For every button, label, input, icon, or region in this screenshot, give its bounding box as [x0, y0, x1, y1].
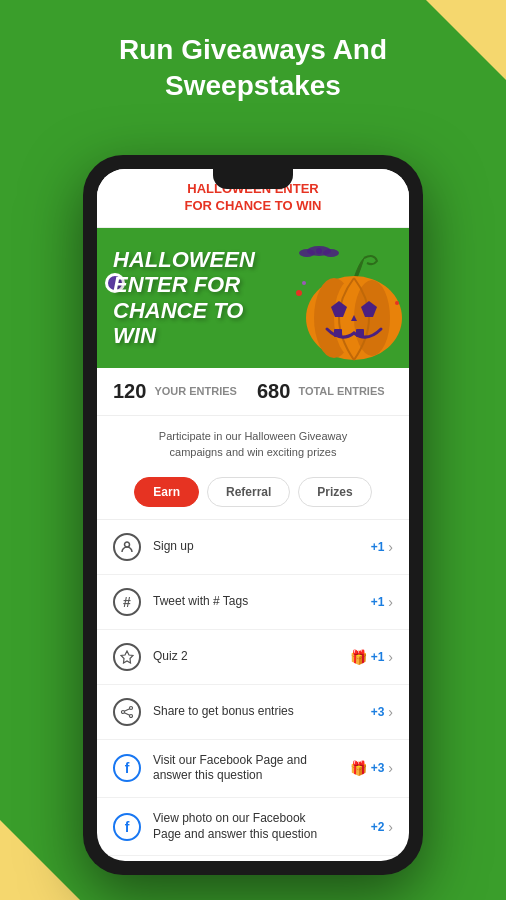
halloween-text: HALLOWEENENTER FORCHANCE TO WIN	[97, 235, 289, 360]
corner-decoration-bottom-left	[0, 820, 80, 900]
action-tweet-label: Tweet with # Tags	[153, 594, 359, 610]
total-entries-count: 680	[257, 380, 290, 403]
action-share-label: Share to get bonus entries	[153, 704, 359, 720]
svg-point-3	[316, 248, 322, 254]
action-item-facebook-2[interactable]: f View photo on our FacebookPage and ans…	[97, 798, 409, 856]
phone-screen: HALLOWEEN ENTERFOR CHANCE TO WIN HALLOWE…	[97, 169, 409, 861]
description-text: Participate in our Halloween Giveawaycam…	[113, 428, 393, 461]
person-icon	[113, 533, 141, 561]
tab-buttons: Earn Referral Prizes	[97, 469, 409, 519]
action-facebook2-label: View photo on our FacebookPage and answe…	[153, 811, 359, 842]
description-area: Participate in our Halloween Giveawaycam…	[97, 416, 409, 469]
page-title: Run Giveaways AndSweepstakes	[0, 0, 506, 129]
action-facebook1-points: 🎁 +3 ›	[350, 760, 393, 776]
action-tweet-points: +1 ›	[371, 594, 393, 610]
your-entries-label: YOUR ENTRIES	[154, 385, 249, 397]
phone-notch	[213, 169, 293, 189]
halloween-banner-title: HALLOWEENENTER FORCHANCE TO WIN	[113, 247, 273, 348]
action-list: Sign up +1 › # Tweet with # Tags +1 ›	[97, 519, 409, 856]
svg-point-13	[296, 290, 302, 296]
total-entries-label: TOTAL ENTRIES	[298, 385, 393, 397]
action-quiz-label: Quiz 2	[153, 649, 338, 665]
tab-prizes[interactable]: Prizes	[298, 477, 371, 507]
action-signup-label: Sign up	[153, 539, 359, 555]
quiz-icon	[113, 643, 141, 671]
halloween-banner: HALLOWEENENTER FORCHANCE TO WIN	[97, 228, 409, 368]
svg-point-2	[323, 249, 339, 257]
svg-point-15	[395, 301, 399, 305]
svg-point-19	[122, 710, 125, 713]
tab-referral[interactable]: Referral	[207, 477, 290, 507]
share-icon	[113, 698, 141, 726]
phone-mockup: HALLOWEEN ENTERFOR CHANCE TO WIN HALLOWE…	[83, 155, 423, 875]
svg-point-14	[302, 281, 306, 285]
action-item-tweet[interactable]: # Tweet with # Tags +1 ›	[97, 575, 409, 630]
action-signup-points: +1 ›	[371, 539, 393, 555]
action-share-points: +3 ›	[371, 704, 393, 720]
action-quiz-points: 🎁 +1 ›	[350, 649, 393, 665]
action-item-quiz[interactable]: Quiz 2 🎁 +1 ›	[97, 630, 409, 685]
svg-rect-11	[334, 329, 342, 337]
svg-marker-17	[121, 651, 133, 663]
svg-point-7	[354, 280, 390, 356]
facebook-icon-1: f	[113, 754, 141, 782]
action-item-facebook-1[interactable]: f Visit our Facebook Page andanswer this…	[97, 740, 409, 798]
svg-line-22	[124, 712, 129, 715]
action-item-signup[interactable]: Sign up +1 ›	[97, 520, 409, 575]
svg-point-18	[130, 706, 133, 709]
svg-rect-12	[356, 329, 364, 337]
facebook-icon-2: f	[113, 813, 141, 841]
svg-point-1	[299, 249, 315, 257]
hashtag-icon: #	[113, 588, 141, 616]
your-entries-count: 120	[113, 380, 146, 403]
action-facebook2-points: +2 ›	[371, 819, 393, 835]
gift-icon-quiz: 🎁	[350, 649, 367, 665]
tab-earn[interactable]: Earn	[134, 477, 199, 507]
action-item-share[interactable]: Share to get bonus entries +3 ›	[97, 685, 409, 740]
svg-point-20	[130, 714, 133, 717]
entries-row: 120 YOUR ENTRIES 680 TOTAL ENTRIES	[97, 368, 409, 416]
svg-line-21	[124, 708, 129, 711]
gift-icon-fb1: 🎁	[350, 760, 367, 776]
pumpkin-illustration	[289, 233, 409, 363]
action-facebook1-label: Visit our Facebook Page andanswer this q…	[153, 753, 338, 784]
